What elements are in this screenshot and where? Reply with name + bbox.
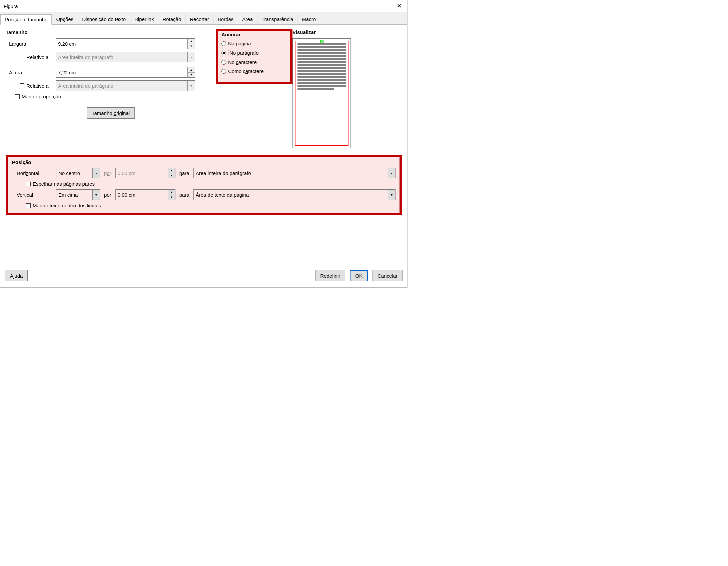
horizontal-combo[interactable] — [56, 168, 93, 178]
height-relative-label: Relativo a — [26, 83, 49, 89]
mirror-checkbox[interactable] — [26, 182, 31, 186]
width-spinner[interactable]: ▲ ▼ — [188, 38, 195, 49]
horizontal-by-input — [115, 168, 168, 178]
chevron-down-icon[interactable]: ▼ — [188, 72, 195, 78]
tab-transparency[interactable]: Transparência — [257, 14, 297, 24]
vertical-combo[interactable] — [56, 189, 93, 200]
height-relative-checkbox[interactable] — [20, 83, 24, 88]
vertical-to-label: para — [179, 192, 189, 198]
chevron-down-icon[interactable]: ▾ — [388, 168, 396, 178]
keep-text-boundaries-label: Manter texto dentro dos limites — [33, 203, 101, 208]
tab-bar: Posição e tamanho Opções Disposição do t… — [0, 12, 407, 267]
chevron-down-icon[interactable]: ▾ — [93, 168, 100, 178]
tab-area[interactable]: Área — [238, 14, 257, 24]
horizontal-to-label: para — [179, 170, 189, 176]
chevron-down-icon: ▾ — [188, 52, 195, 62]
vertical-by-input[interactable] — [115, 189, 168, 200]
chevron-up-icon: ▲ — [168, 168, 175, 173]
anchor-character[interactable]: No caractere — [221, 59, 287, 65]
tab-macro[interactable]: Macro — [297, 14, 320, 24]
horizontal-by-spinner: ▲ ▼ — [168, 168, 175, 178]
tab-rotation[interactable]: Rotação — [158, 14, 185, 24]
chevron-down-icon[interactable]: ▾ — [93, 189, 100, 200]
chevron-down-icon[interactable]: ▼ — [188, 44, 195, 49]
size-group: Tamanho Largura ▲ ▼ — [6, 29, 216, 148]
chevron-down-icon[interactable]: ▼ — [168, 195, 175, 200]
dialog-title: Figura — [4, 3, 18, 9]
chevron-up-icon[interactable]: ▲ — [168, 190, 175, 195]
chevron-up-icon[interactable]: ▲ — [188, 67, 195, 72]
anchor-paragraph[interactable]: No parágrafo — [221, 50, 287, 56]
anchor-group: Ancorar Na página No parágrafo No caract… — [216, 29, 292, 148]
height-relative-combo — [56, 80, 188, 91]
horizontal-label: Horizontal — [12, 170, 52, 176]
position-group: Posição Horizontal ▾ por — [6, 155, 402, 215]
preview-title: Visualizar — [292, 29, 402, 35]
tab-wrap[interactable]: Disposição do texto — [78, 14, 130, 24]
dialog-button-bar: Ajuda Redefinir OK Cancelar — [0, 267, 407, 287]
chevron-down-icon[interactable]: ▾ — [388, 189, 396, 200]
mirror-label: Espelhar nas páginas pares — [33, 181, 95, 187]
tab-borders[interactable]: Bordas — [213, 14, 238, 24]
keep-ratio-checkbox[interactable] — [15, 94, 20, 99]
chevron-up-icon[interactable]: ▲ — [188, 39, 195, 44]
titlebar: Figura ✕ — [0, 0, 407, 12]
tab-options[interactable]: Opções — [52, 14, 78, 24]
height-label: Altura — [6, 70, 56, 75]
preview-group: Visualizar — [292, 29, 402, 148]
size-title: Tamanho — [6, 29, 216, 35]
chevron-down-icon: ▾ — [188, 80, 195, 91]
position-title: Posição — [12, 159, 396, 165]
vertical-to-combo[interactable] — [193, 189, 388, 200]
figure-dialog: Figura ✕ Posição e tamanho Opções Dispos… — [0, 0, 408, 288]
keep-ratio-label: Manter proporção — [22, 94, 61, 99]
chevron-down-icon: ▼ — [168, 173, 175, 178]
height-spinner[interactable]: ▲ ▼ — [188, 67, 195, 78]
anchor-handle-icon — [320, 40, 323, 43]
cancel-button[interactable]: Cancelar — [373, 270, 403, 281]
vertical-label: Vertical — [12, 192, 52, 198]
width-relative-checkbox[interactable] — [20, 55, 24, 59]
width-relative-combo — [56, 52, 188, 62]
vertical-by-spinner[interactable]: ▲ ▼ — [168, 189, 175, 200]
help-button[interactable]: Ajuda — [5, 270, 28, 281]
reset-button[interactable]: Redefinir — [315, 270, 345, 281]
width-input[interactable] — [56, 38, 188, 49]
panel-position-size: Tamanho Largura ▲ ▼ — [0, 24, 407, 267]
anchor-title: Ancorar — [221, 32, 287, 37]
tab-position-size[interactable]: Posição e tamanho — [0, 14, 52, 25]
tab-crop[interactable]: Recortar — [185, 14, 213, 24]
tab-hyperlink[interactable]: Hiperlink — [130, 14, 158, 24]
horizontal-to-combo[interactable] — [193, 168, 388, 178]
original-size-button[interactable]: Tamanho original — [87, 107, 135, 119]
preview-canvas — [292, 38, 351, 148]
ok-button[interactable]: OK — [350, 270, 368, 281]
vertical-by-label: por — [104, 192, 111, 198]
anchor-as-character[interactable]: Como caractere — [221, 68, 287, 74]
close-icon[interactable]: ✕ — [395, 2, 404, 10]
height-input[interactable] — [56, 67, 188, 78]
anchor-page[interactable]: Na página — [221, 41, 287, 46]
width-relative-label: Relativo a — [26, 54, 49, 60]
horizontal-by-label: por — [104, 170, 111, 176]
width-label: Largura — [6, 41, 56, 47]
keep-text-boundaries-checkbox[interactable] — [26, 203, 31, 208]
